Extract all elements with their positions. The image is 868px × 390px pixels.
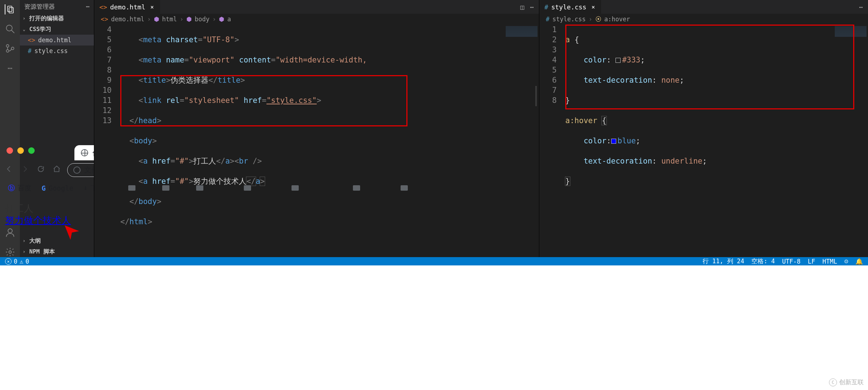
svg-point-2 [6, 25, 12, 31]
download-icon: ⬇︎ [83, 184, 87, 192]
eol[interactable]: LF [808, 258, 815, 265]
bookmark-google[interactable]: GGoogle [42, 184, 73, 192]
search-icon[interactable] [5, 24, 15, 34]
notifications-icon[interactable]: 🔔 [855, 258, 863, 265]
settings-gear-icon[interactable] [5, 247, 15, 257]
baidu-icon: ⓑ [8, 183, 15, 193]
sidebar-section-npm[interactable]: ›NPM 脚本 [20, 246, 94, 257]
cursor-annotation-icon [63, 224, 81, 241]
warnings-icon[interactable]: ⚠ [20, 258, 23, 265]
sidebar-section-root[interactable]: ⌄CSS学习 [20, 24, 94, 35]
explorer-icon[interactable] [5, 4, 15, 14]
css-file-icon: # [544, 3, 548, 11]
more-icon[interactable]: ⋯ [530, 3, 534, 11]
sidebar-section-opened-editors[interactable]: ›打开的编辑器 [20, 13, 94, 24]
svg-line-3 [11, 30, 14, 33]
sidebar-title: 资源管理器⋯ [20, 0, 94, 13]
sidebar-section-outline[interactable]: ›大纲 [20, 235, 94, 246]
forward-button[interactable] [21, 165, 29, 175]
close-icon[interactable]: × [150, 4, 154, 10]
close-icon[interactable]: × [591, 4, 595, 10]
folder-icon [292, 185, 299, 191]
status-bar: ✕0 ⚠0 行 11, 列 24 空格: 4 UTF-8 LF HTML ☺ 🔔 [0, 257, 868, 265]
vscode-window: ⋯ 资源管理器⋯ ›打开的编辑器 ⌄CSS学习 <>demo.html #sty… [0, 0, 868, 141]
svg-marker-9 [65, 225, 79, 240]
encoding[interactable]: UTF-8 [782, 258, 800, 265]
folder-icon [244, 185, 251, 191]
folder-icon [353, 185, 360, 191]
more-icon[interactable]: ⋯ [859, 3, 863, 11]
window-controls [7, 147, 35, 154]
site-info-icon[interactable]: i [73, 166, 81, 174]
page-link-1[interactable]: 打工人 [5, 203, 33, 214]
home-button[interactable] [53, 165, 61, 175]
svg-point-5 [6, 50, 9, 52]
errors-icon[interactable]: ✕ [5, 258, 12, 265]
reload-button[interactable] [37, 165, 45, 175]
svg-point-6 [11, 47, 14, 50]
maximize-window-button[interactable] [28, 147, 35, 154]
globe-icon [81, 149, 88, 156]
svg-point-4 [6, 45, 9, 47]
more-icon[interactable]: ⋯ [5, 63, 15, 73]
html-file-icon: <> [99, 3, 107, 11]
watermark-logo-icon: C [829, 378, 837, 386]
page-link-2-hovered[interactable]: 努力做个技术人 [5, 215, 71, 226]
close-window-button[interactable] [7, 147, 13, 154]
folder-icon [162, 185, 169, 191]
minimize-window-button[interactable] [17, 147, 24, 154]
html-file-icon: <> [28, 36, 35, 44]
bookmark-baidu[interactable]: ⓑ百度 [8, 183, 31, 193]
svg-rect-1 [9, 8, 13, 13]
cursor-position[interactable]: 行 11, 列 24 [703, 257, 744, 265]
tab-style-css[interactable]: #style.css× [539, 0, 601, 14]
google-icon: G [42, 184, 46, 192]
source-control-icon[interactable] [5, 43, 15, 53]
sidebar-file-style-css[interactable]: #style.css [20, 46, 94, 56]
language-mode[interactable]: HTML [822, 258, 837, 265]
split-editor-icon[interactable]: ◫ [520, 3, 524, 11]
folder-icon [401, 185, 408, 191]
svg-point-8 [9, 251, 11, 254]
svg-rect-0 [8, 6, 12, 12]
sidebar-more-icon[interactable]: ⋯ [86, 3, 90, 10]
breadcrumb[interactable]: <>demo.html› ⬢html› ⬢body› ⬢a [94, 14, 539, 25]
tab-demo-html[interactable]: <>demo.html× [94, 0, 160, 14]
back-button[interactable] [5, 165, 13, 175]
error-count[interactable]: 0 [14, 258, 17, 265]
css-file-icon: # [28, 47, 31, 55]
indentation[interactable]: 空格: 4 [751, 257, 775, 265]
page-viewport: 打工人 努力做个技术人 [0, 196, 868, 233]
feedback-icon[interactable]: ☺ [845, 258, 848, 265]
folder-icon [196, 185, 203, 191]
watermark: C 创新互联 [829, 378, 864, 386]
split-handle[interactable] [535, 86, 537, 106]
folder-icon [128, 185, 135, 191]
breadcrumb[interactable]: #style.css› ⦿a:hover [539, 14, 868, 25]
sidebar-file-demo-html[interactable]: <>demo.html [20, 35, 94, 46]
warning-count[interactable]: 0 [26, 258, 29, 265]
